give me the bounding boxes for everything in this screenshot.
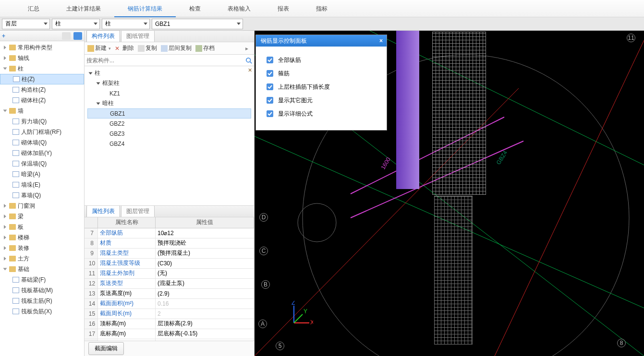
popup-close-icon[interactable]: × <box>379 38 383 44</box>
tree-item[interactable]: GBZ1 <box>87 108 251 119</box>
sidebar-item[interactable]: 门窗洞 <box>0 201 84 211</box>
filter-element[interactable]: GBZ1 <box>152 19 243 29</box>
property-row[interactable]: 12泵送类型(混凝土泵) <box>85 279 254 289</box>
property-row[interactable]: 14截面面积(m²)0.16 <box>85 299 254 309</box>
view-toggle-2[interactable] <box>73 32 82 40</box>
popup-titlebar[interactable]: 钢筋显示控制面板 × <box>256 35 387 47</box>
add-icon[interactable]: + <box>2 33 5 39</box>
property-value[interactable]: (2.9) <box>156 289 254 298</box>
sidebar-item[interactable]: 柱 <box>0 63 84 74</box>
copy-button[interactable]: 复制 <box>138 44 157 52</box>
property-row[interactable]: 15截面周长(m)2 <box>85 309 254 319</box>
property-row[interactable]: 17底标高(m)层底标高(-0.15) <box>85 329 254 339</box>
property-value[interactable]: (C30) <box>156 259 254 268</box>
overflow-icon[interactable]: ▸ <box>245 45 251 52</box>
tab-drawing-manage[interactable]: 图纸管理 <box>121 30 155 42</box>
sidebar-item[interactable]: 墙垛(E) <box>0 179 84 190</box>
sidebar-item[interactable]: 土方 <box>0 253 84 264</box>
checkbox-checked-icon[interactable] <box>267 70 273 77</box>
archive-button[interactable]: 存档 <box>195 44 215 52</box>
checkbox-row[interactable]: 显示其它图元 <box>256 94 387 107</box>
property-row[interactable]: 9混凝土类型(预拌混凝土) <box>85 249 254 259</box>
floor-copy-button[interactable]: 层间复制 <box>161 44 192 52</box>
property-row[interactable]: 16顶标高(m)层顶标高(2.9) <box>85 319 254 329</box>
sidebar-item[interactable]: 墙 <box>0 106 84 116</box>
sidebar-item[interactable]: 筏板主筋(R) <box>0 296 84 306</box>
view-toggle-1[interactable] <box>62 32 71 40</box>
panel-close-icon[interactable]: ✕ <box>248 67 252 73</box>
sidebar-item-label: 人防门框墙(RF) <box>21 128 61 136</box>
checkbox-checked-icon[interactable] <box>267 57 273 63</box>
property-row[interactable]: 10混凝土强度等级(C30) <box>85 259 254 269</box>
tree-item[interactable]: 暗柱 <box>87 98 251 108</box>
tab-report[interactable]: 报表 <box>264 0 303 17</box>
tab-component-list[interactable]: 构件列表 <box>86 30 120 42</box>
axis-gizmo[interactable]: X Z Y <box>284 301 313 330</box>
tab-index[interactable]: 指标 <box>303 0 341 17</box>
property-value[interactable]: 层顶标高(2.9) <box>156 319 254 329</box>
tree-item[interactable]: GBZ4 <box>87 139 251 149</box>
tab-table-input[interactable]: 表格输入 <box>214 0 264 17</box>
property-value[interactable]: (预拌混凝土) <box>156 249 254 258</box>
new-button[interactable]: 新建▾ <box>87 44 111 52</box>
delete-button[interactable]: ✕删除 <box>115 44 134 52</box>
component-search-input[interactable] <box>86 57 245 64</box>
sidebar-item-label: 剪力墙(Q) <box>21 118 47 126</box>
filter-cat1[interactable]: 柱 <box>52 19 100 29</box>
sidebar-item[interactable]: 人防门框墙(RF) <box>0 127 84 137</box>
tab-property-list[interactable]: 属性列表 <box>86 205 120 217</box>
sidebar-item[interactable]: 轴线 <box>0 53 84 63</box>
property-value[interactable]: 预拌现浇砼 <box>156 238 254 248</box>
tab-check[interactable]: 检查 <box>176 0 214 17</box>
search-icon[interactable] <box>245 57 252 64</box>
sidebar-item[interactable]: 筏板基础(M) <box>0 285 84 296</box>
tree-item[interactable]: 柱 <box>87 68 251 78</box>
tree-item[interactable]: KZ1 <box>87 88 251 98</box>
checkbox-label: 箍筋 <box>278 70 290 78</box>
section-edit-button[interactable]: 截面编辑 <box>88 342 124 355</box>
sidebar-item[interactable]: 常用构件类型 <box>0 42 84 53</box>
tab-rebar-result[interactable]: 钢筋计算结果 <box>114 0 176 17</box>
tab-layer-manage[interactable]: 图层管理 <box>121 205 155 217</box>
tree-item[interactable]: 框架柱 <box>87 78 251 88</box>
property-value[interactable]: 10⌀12 <box>156 228 254 238</box>
checkbox-checked-icon[interactable] <box>267 110 273 117</box>
property-value[interactable]: 2 <box>156 309 254 319</box>
sidebar-item[interactable]: 砌体柱(Z) <box>0 95 84 106</box>
checkbox-row[interactable]: 全部纵筋 <box>256 53 387 67</box>
sidebar-item[interactable]: 幕墙(Q) <box>0 190 84 201</box>
tab-summary[interactable]: 汇总 <box>14 0 53 17</box>
sidebar-item[interactable]: 砌体墙(Q) <box>0 137 84 148</box>
property-value[interactable]: (无) <box>156 269 254 278</box>
property-row[interactable]: 7全部纵筋10⌀12 <box>85 228 254 238</box>
checkbox-checked-icon[interactable] <box>267 97 273 104</box>
sidebar-item[interactable]: 筏板负筋(X) <box>0 306 84 317</box>
filter-cat2[interactable]: 柱 <box>102 19 150 29</box>
filter-floor[interactable]: 首层 <box>2 19 50 29</box>
sidebar-item[interactable]: 柱(Z) <box>0 74 84 84</box>
checkbox-row[interactable]: 显示详细公式 <box>256 107 387 120</box>
tab-civil-result[interactable]: 土建计算结果 <box>53 0 114 17</box>
property-value[interactable]: 0.16 <box>156 299 254 309</box>
sidebar-item[interactable]: 楼梯 <box>0 232 84 243</box>
sidebar-item[interactable]: 基础 <box>0 264 84 274</box>
sidebar-item[interactable]: 保温墙(Q) <box>0 158 84 169</box>
property-value[interactable]: 层底标高(-0.15) <box>156 329 254 339</box>
sidebar-item[interactable]: 剪力墙(Q) <box>0 116 84 127</box>
property-row[interactable]: 13泵送高度(m)(2.9) <box>85 289 254 299</box>
property-row[interactable]: 8材质预拌现浇砼 <box>85 238 254 249</box>
checkbox-row[interactable]: 箍筋 <box>256 67 387 80</box>
sidebar-item[interactable]: 砌体加筋(Y) <box>0 148 84 158</box>
sidebar-item[interactable]: 装修 <box>0 243 84 253</box>
sidebar-item[interactable]: 构造柱(Z) <box>0 84 84 95</box>
sidebar-item[interactable]: 梁 <box>0 211 84 222</box>
sidebar-item[interactable]: 基础梁(F) <box>0 274 84 285</box>
checkbox-row[interactable]: 上层柱插筋下插长度 <box>256 80 387 94</box>
sidebar-item[interactable]: 板 <box>0 222 84 232</box>
property-row[interactable]: 11混凝土外加剂(无) <box>85 269 254 279</box>
tree-item[interactable]: GBZ2 <box>87 119 251 129</box>
property-value[interactable]: (混凝土泵) <box>156 279 254 288</box>
tree-item[interactable]: GBZ3 <box>87 129 251 139</box>
sidebar-item[interactable]: 暗梁(A) <box>0 169 84 179</box>
checkbox-checked-icon[interactable] <box>267 83 273 90</box>
